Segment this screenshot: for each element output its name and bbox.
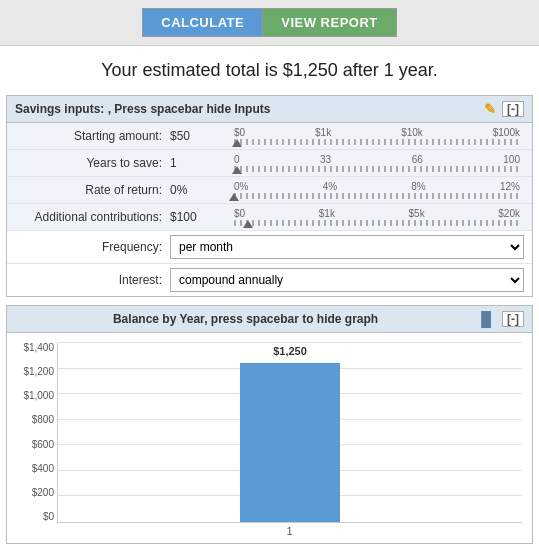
frequency-row: Frequency: per month per year per week o… (7, 231, 532, 264)
y-label-1400: $1,400 (8, 343, 54, 353)
y-axis-labels: $0 $200 $400 $600 $800 $1,000 $1,200 $1,… (8, 343, 54, 522)
graph-section: Balance by Year, press spacebar to hide … (6, 305, 533, 544)
bars-area: $1,250 (58, 343, 522, 522)
additional-slider-area: $0 $1k $5k $20k (230, 208, 524, 226)
years-slider-track[interactable] (234, 166, 520, 172)
frequency-select[interactable]: per month per year per week one time (170, 235, 524, 259)
x-label-1: 1 (286, 525, 292, 537)
graph-header: Balance by Year, press spacebar to hide … (7, 306, 532, 333)
rate-of-return-value: 0% (170, 183, 230, 197)
starting-amount-slider-track[interactable] (234, 139, 520, 145)
additional-contributions-row: Additional contributions: $100 $0 $1k $5… (7, 204, 532, 231)
savings-header-actions: ✎ [-] (484, 101, 524, 117)
interest-row: Interest: compound annually compound mon… (7, 264, 532, 296)
graph-header-title: Balance by Year, press spacebar to hide … (15, 312, 476, 326)
years-to-save-row: Years to save: 1 0 33 66 100 (7, 150, 532, 177)
frequency-label: Frequency: (15, 240, 170, 254)
additional-slider-thumb[interactable] (243, 220, 253, 228)
chart-inner: $0 $200 $400 $600 $800 $1,000 $1,200 $1,… (57, 343, 522, 523)
additional-contributions-label: Additional contributions: (15, 210, 170, 224)
rate-slider-labels: 0% 4% 8% 12% (234, 181, 520, 192)
chart-container: $0 $200 $400 $600 $800 $1,000 $1,200 $1,… (7, 333, 532, 543)
toolbar: CALCULATE VIEW REPORT (0, 0, 539, 46)
interest-select[interactable]: compound annually compound monthly simpl… (170, 268, 524, 292)
graph-collapse-button[interactable]: [-] (502, 311, 524, 327)
years-to-save-label: Years to save: (15, 156, 170, 170)
years-to-save-value: 1 (170, 156, 230, 170)
summary-text: Your estimated total is $1,250 after 1 y… (0, 46, 539, 91)
y-label-0: $0 (8, 512, 54, 522)
rate-slider-thumb[interactable] (229, 193, 239, 201)
calculate-button[interactable]: CALCULATE (142, 8, 262, 37)
rate-slider-track[interactable] (234, 193, 520, 199)
years-slider-labels: 0 33 66 100 (234, 154, 520, 165)
view-report-button[interactable]: VIEW REPORT (262, 8, 397, 37)
savings-header: Savings inputs: , Press spacebar hide In… (7, 96, 532, 123)
starting-amount-value: $50 (170, 129, 230, 143)
rate-slider-area: 0% 4% 8% 12% (230, 181, 524, 199)
chart-type-icon[interactable]: ▐▌ (476, 311, 496, 327)
starting-amount-row: Starting amount: $50 $0 $1k $10k $100k (7, 123, 532, 150)
years-slider-area: 0 33 66 100 (230, 154, 524, 172)
starting-amount-slider-labels: $0 $1k $10k $100k (234, 127, 520, 138)
interest-label: Interest: (15, 273, 170, 287)
additional-slider-track[interactable] (234, 220, 520, 226)
edit-icon[interactable]: ✎ (484, 101, 496, 117)
y-label-200: $200 (8, 488, 54, 498)
additional-slider-labels: $0 $1k $5k $20k (234, 208, 520, 219)
y-label-1000: $1,000 (8, 391, 54, 401)
additional-contributions-value: $100 (170, 210, 230, 224)
bar-value-label: $1,250 (273, 345, 307, 357)
rate-of-return-row: Rate of return: 0% 0% 4% 8% 12% (7, 177, 532, 204)
starting-amount-slider-area: $0 $1k $10k $100k (230, 127, 524, 145)
starting-amount-label: Starting amount: (15, 129, 170, 143)
savings-section: Savings inputs: , Press spacebar hide In… (6, 95, 533, 297)
y-label-1200: $1,200 (8, 367, 54, 377)
rate-of-return-label: Rate of return: (15, 183, 170, 197)
years-slider-thumb[interactable] (232, 166, 242, 174)
y-label-800: $800 (8, 415, 54, 425)
savings-header-label: Savings inputs: , Press spacebar hide In… (15, 102, 270, 116)
savings-collapse-button[interactable]: [-] (502, 101, 524, 117)
y-label-400: $400 (8, 464, 54, 474)
bar-year-1: $1,250 (240, 363, 340, 522)
graph-header-actions: ▐▌ [-] (476, 311, 524, 327)
starting-amount-slider-thumb[interactable] (232, 139, 242, 147)
x-axis-labels: 1 (57, 523, 522, 537)
y-label-600: $600 (8, 440, 54, 450)
